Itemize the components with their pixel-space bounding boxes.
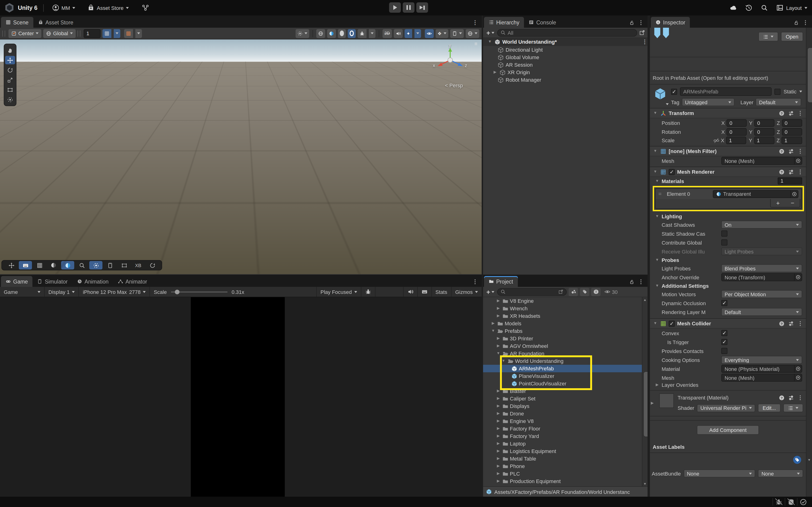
2d-mode-toggle[interactable]: 2D [383, 29, 392, 38]
scene-root-row[interactable]: World Understanding* [483, 38, 648, 46]
project-asset[interactable]: PlaneVisualizer [483, 372, 648, 380]
tool-handle-position-dropdown[interactable]: Center [8, 29, 41, 38]
panel-menu-icon[interactable] [472, 278, 478, 285]
help-icon[interactable] [779, 169, 785, 175]
zoom-overlay-icon[interactable] [75, 261, 88, 270]
object-picker-icon[interactable] [794, 374, 802, 381]
preset-icon[interactable] [788, 110, 794, 116]
panel-menu-icon[interactable] [803, 19, 808, 26]
help-icon[interactable] [779, 110, 785, 116]
transform-header[interactable]: Transform [650, 108, 806, 118]
display-dropdown[interactable]: Display 1 [45, 287, 79, 297]
project-folder[interactable]: XR Headsets [483, 312, 648, 320]
help-icon[interactable] [779, 320, 785, 327]
create-button[interactable] [486, 29, 495, 36]
preset-icon[interactable] [788, 320, 794, 327]
search-importance-button[interactable] [591, 288, 601, 296]
static-dropdown[interactable] [799, 91, 802, 93]
display-mode-dropdown[interactable]: Game [0, 287, 45, 297]
hierarchy-item[interactable]: Robot Manager [483, 76, 648, 83]
mesh-overlay-icon[interactable] [33, 261, 46, 270]
debug-button[interactable] [361, 287, 375, 297]
project-folder[interactable]: AR Foundation [483, 350, 648, 357]
add-component-button[interactable]: Add Component [697, 425, 759, 435]
enabled-checkbox[interactable] [669, 320, 675, 327]
scale-tool[interactable] [5, 75, 15, 84]
position-y-field[interactable]: 0 [754, 119, 774, 126]
material-object-field[interactable]: Transparent [713, 190, 798, 198]
shading-mode-solid-button[interactable] [338, 29, 346, 38]
shader-list-dropdown[interactable] [783, 404, 803, 412]
scene-camera-dropdown[interactable] [450, 29, 464, 38]
tab-game[interactable]: Game [1, 276, 33, 287]
hierarchy-search-input[interactable] [507, 30, 634, 36]
view-tool[interactable] [5, 46, 15, 54]
tab-console[interactable]: Console [524, 17, 561, 28]
lock-icon[interactable] [794, 20, 799, 25]
inspector-scrollbar[interactable]: ▼ [806, 28, 812, 497]
light-probes-dropdown[interactable]: Blend Probes [721, 264, 802, 272]
hidden-count-toggle[interactable]: 30 [602, 289, 620, 295]
play-button[interactable] [389, 2, 401, 13]
particles-overlay-icon[interactable] [61, 261, 74, 270]
project-folder[interactable]: Factory Floor [483, 425, 648, 432]
physics-material-field[interactable]: None (Physics Material) [721, 365, 802, 373]
plastic-scm-button[interactable] [139, 0, 152, 15]
overlay-menu-icon[interactable]: ≡ [474, 41, 478, 47]
object-picker-icon[interactable] [791, 190, 798, 198]
project-scrollbar[interactable]: ▲ ▼ [642, 297, 648, 486]
panel-menu-icon[interactable] [472, 19, 478, 26]
gizmo-overlay-icon[interactable] [89, 261, 102, 270]
project-search-input[interactable] [507, 289, 556, 294]
shader-dropdown[interactable]: Universal Render Pi [697, 404, 755, 412]
mesh-collider-header[interactable]: Mesh Collider [650, 318, 806, 329]
scale-slider-knob[interactable] [175, 289, 180, 294]
debug-draw-mode-button[interactable] [358, 29, 366, 38]
open-prefab-button[interactable]: Open [781, 32, 803, 41]
tag-dropdown[interactable]: Untagged [682, 98, 734, 106]
rotation-z-field[interactable]: 0 [782, 128, 802, 135]
project-folder[interactable]: Drone [483, 410, 648, 417]
scene-visibility-toggle[interactable] [425, 29, 434, 38]
tab-simulator[interactable]: Simulator [33, 276, 72, 287]
scale-slider[interactable] [171, 291, 227, 292]
cooking-options-dropdown[interactable]: Everything [721, 356, 802, 364]
project-folder[interactable]: Robots [483, 485, 648, 486]
grid-visibility-dropdown[interactable] [114, 29, 120, 38]
scale-z-field[interactable]: 1 [782, 136, 802, 144]
motion-vectors-dropdown[interactable]: Per Object Motion [721, 290, 802, 298]
tab-animator[interactable]: Animator [113, 276, 152, 287]
is-trigger-checkbox[interactable] [721, 339, 727, 345]
material-menu-icon[interactable] [798, 394, 803, 401]
rotation-x-field[interactable]: 0 [727, 128, 747, 135]
step-button[interactable] [416, 2, 428, 13]
project-folder[interactable]: Laptop [483, 440, 648, 447]
scene-viewport[interactable]: ≡ y x z < Persp [0, 40, 481, 274]
gizmos-dropdown[interactable] [466, 29, 479, 38]
history-icon[interactable] [745, 4, 752, 11]
project-folder[interactable]: Models [483, 320, 648, 327]
rendering-layer-dropdown[interactable]: Default [721, 308, 802, 316]
project-folder[interactable]: PLC [483, 470, 648, 477]
scrollbar-thumb[interactable] [807, 47, 812, 103]
stats-button[interactable]: Stats [432, 287, 451, 297]
hierarchy-item[interactable]: XR Origin [483, 68, 648, 76]
toolbar-grip[interactable] [78, 30, 80, 36]
cache-server-status-icon[interactable] [785, 498, 797, 506]
mesh-object-field[interactable]: None (Mesh) [721, 157, 802, 165]
hierarchy-item[interactable]: Directional Light [483, 46, 648, 54]
panel-menu-icon[interactable] [638, 278, 644, 285]
preset-icon[interactable] [788, 395, 794, 401]
hierarchy-item[interactable]: Global Volume [483, 54, 648, 61]
add-element-button[interactable]: + [771, 199, 785, 207]
shading-overlay-icon[interactable] [47, 261, 60, 270]
object-picker-icon[interactable] [794, 157, 802, 164]
position-z-field[interactable]: 0 [782, 119, 802, 126]
shading-mode-outline-button[interactable] [348, 29, 356, 38]
project-folder[interactable]: Metal Table [483, 455, 648, 462]
transform-tool[interactable] [5, 95, 15, 104]
layer-dropdown[interactable]: Default [756, 98, 801, 106]
scale-y-field[interactable]: 1 [754, 136, 774, 144]
component-menu-icon[interactable] [798, 110, 803, 116]
asset-label-button[interactable] [793, 456, 801, 464]
